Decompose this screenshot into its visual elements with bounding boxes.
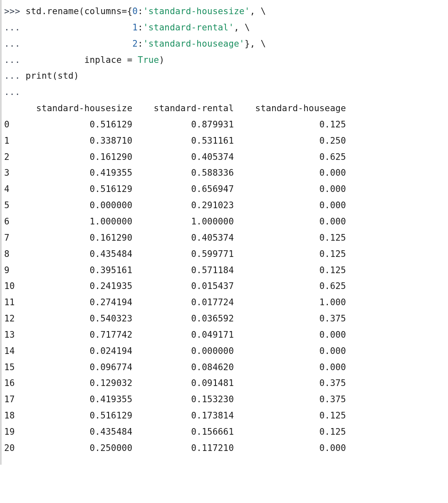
code-number: 0: [132, 6, 138, 16]
repl-session: >>> std.rename(columns={0:'standard-hous…: [0, 0, 444, 465]
output-row: 5 0.000000 0.291023 0.000: [4, 197, 441, 214]
output-row: 1 0.338710 0.531161 0.250: [4, 133, 441, 149]
code-string: 'standard-housesize': [143, 6, 250, 16]
code-line-4: ... inplace = True): [4, 52, 441, 68]
code-number: 2: [132, 39, 138, 49]
code-line-6: ...: [4, 84, 441, 100]
code-line-5: ... print(std): [4, 68, 441, 84]
output-row: 4 0.516129 0.656947 0.000: [4, 181, 441, 197]
output-row: 14 0.024194 0.000000 0.000: [4, 343, 441, 359]
output-row: 12 0.540323 0.036592 0.375: [4, 311, 441, 327]
output-row: 16 0.129032 0.091481 0.375: [4, 375, 441, 391]
prompt-continuation: ...: [4, 55, 20, 65]
prompt-continuation: ...: [4, 22, 20, 32]
output-row: 17 0.419355 0.153230 0.375: [4, 391, 441, 408]
code-text: , \: [234, 22, 250, 32]
code-text: , \: [250, 6, 266, 16]
output-row: 8 0.435484 0.599771 0.125: [4, 246, 441, 262]
output-row: 2 0.161290 0.405374 0.625: [4, 149, 441, 165]
code-text: print(std): [25, 71, 79, 81]
output-row: 10 0.241935 0.015437 0.625: [4, 278, 441, 294]
output-row: 6 1.000000 1.000000 0.000: [4, 214, 441, 230]
output-row: 13 0.717742 0.049171 0.000: [4, 327, 441, 343]
prompt-continuation: ...: [4, 87, 20, 97]
output-row: 7 0.161290 0.405374 0.125: [4, 230, 441, 246]
code-line-3: ... 2:'standard-houseage'}, \: [4, 36, 441, 52]
output-row: 11 0.274194 0.017724 1.000: [4, 294, 441, 311]
output-row: 19 0.435484 0.156661 0.125: [4, 424, 441, 440]
prompt-continuation: ...: [4, 39, 20, 49]
code-number: 1: [132, 22, 138, 32]
code-text: }, \: [245, 39, 266, 49]
output-row: 15 0.096774 0.084620 0.000: [4, 359, 441, 376]
output-row: 9 0.395161 0.571184 0.125: [4, 262, 441, 279]
code-text: :: [138, 6, 143, 16]
code-constant: True: [138, 55, 159, 65]
code-text: :: [138, 39, 143, 49]
code-text: inplace =: [84, 55, 138, 65]
prompt-continuation: ...: [4, 71, 20, 81]
code-string: 'standard-houseage': [143, 39, 245, 49]
code-line-1: >>> std.rename(columns={0:'standard-hous…: [4, 3, 441, 20]
output-row: 20 0.250000 0.117210 0.000: [4, 440, 441, 456]
output-row: 0 0.516129 0.879931 0.125: [4, 117, 441, 133]
code-string: 'standard-rental': [143, 22, 234, 32]
output-row: 3 0.419355 0.588336 0.000: [4, 165, 441, 181]
code-text: std.rename(columns={: [25, 6, 132, 16]
code-text: ): [159, 55, 164, 65]
output-row: 18 0.516129 0.173814 0.125: [4, 408, 441, 424]
output-header: standard-housesize standard-rental stand…: [4, 100, 441, 117]
output-rows: 0 0.516129 0.879931 0.1251 0.338710 0.53…: [4, 117, 441, 456]
code-line-2: ... 1:'standard-rental', \: [4, 20, 441, 36]
code-text: :: [138, 22, 143, 32]
prompt-primary: >>>: [4, 6, 20, 16]
